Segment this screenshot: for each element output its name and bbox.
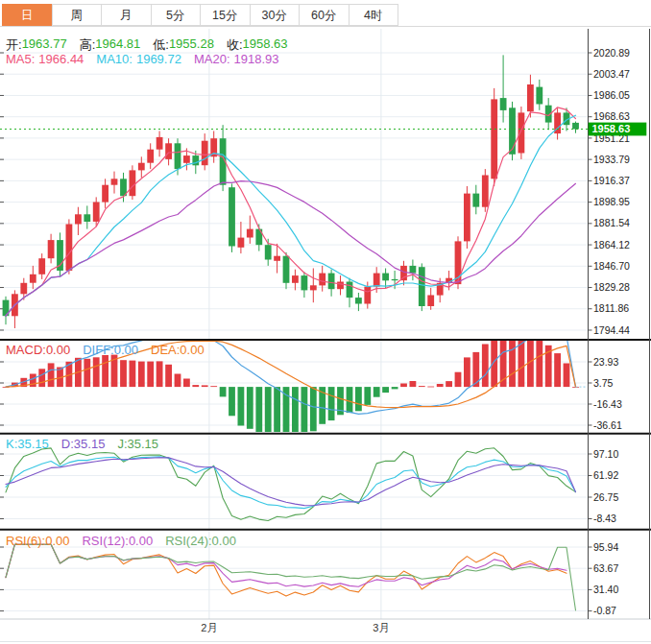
kdj-readout: K:35.15 D:35.15 J:35.15: [6, 437, 158, 451]
svg-text:1864.12: 1864.12: [593, 239, 630, 250]
svg-text:1968.63: 1968.63: [593, 110, 630, 122]
diff-label: DIFF:: [83, 343, 114, 357]
rsi6-label: RSI(6):: [6, 534, 45, 548]
svg-text:-16.43: -16.43: [593, 398, 622, 410]
svg-text:-0.87: -0.87: [593, 605, 616, 616]
ma20-label: MA20:: [194, 52, 230, 66]
svg-text:1794.44: 1794.44: [593, 324, 630, 336]
svg-text:-8.43: -8.43: [593, 513, 616, 524]
svg-text:23.93: 23.93: [593, 356, 618, 368]
tab-h4[interactable]: 4时: [349, 4, 399, 26]
ma-readout: MA5:1966.44 MA10:1969.72 MA20:1918.93: [6, 52, 279, 66]
tab-m15[interactable]: 15分: [200, 4, 251, 26]
tab-day[interactable]: 日: [2, 4, 53, 26]
svg-text:31.40: 31.40: [593, 584, 618, 595]
dea-label: DEA:: [151, 343, 180, 357]
svg-text:3.75: 3.75: [593, 377, 614, 389]
tab-m60[interactable]: 60分: [299, 4, 350, 26]
rsi-readout: RSI(6):0.00 RSI(12):0.00 RSI(24):0.00: [6, 534, 236, 548]
rsi6-value: 0.00: [45, 534, 69, 548]
macd-label: MACD:: [6, 343, 46, 357]
ma5-label: MA5:: [6, 52, 35, 66]
rsi12-value: 0.00: [129, 534, 153, 548]
month-label: 3月: [373, 622, 389, 633]
macd-value: 0.00: [46, 343, 70, 357]
k-label: K:: [6, 437, 17, 451]
ma10-value: 1969.72: [136, 52, 181, 66]
ma5-value: 1966.44: [38, 52, 84, 66]
svg-text:1829.28: 1829.28: [593, 281, 630, 293]
diff-value: 0.00: [114, 343, 138, 357]
timeframe-tabs: 日周月5分15分30分60分4时: [2, 4, 398, 26]
tab-week[interactable]: 周: [52, 4, 103, 26]
svg-text:1811.86: 1811.86: [593, 302, 629, 314]
rsi24-label: RSI(24):: [165, 534, 211, 548]
svg-text:1898.95: 1898.95: [593, 196, 630, 207]
rsi12-label: RSI(12):: [82, 534, 128, 548]
svg-text:2020.89: 2020.89: [593, 47, 630, 59]
svg-text:-36.61: -36.61: [593, 419, 622, 431]
rsi24-value: 0.00: [212, 534, 236, 548]
tab-m5[interactable]: 5分: [151, 4, 202, 26]
j-label: J:: [117, 437, 127, 451]
svg-text:1881.54: 1881.54: [593, 217, 630, 228]
dea-value: 0.00: [180, 343, 204, 357]
d-label: D:: [61, 437, 74, 451]
svg-text:63.67: 63.67: [593, 562, 618, 574]
tab-month[interactable]: 月: [101, 4, 152, 26]
timeframe-tabbar: 日周月5分15分30分60分4时: [0, 4, 651, 27]
d-value: 35.15: [74, 437, 106, 451]
current-price-tag: 1958.63: [589, 123, 647, 136]
svg-text:1846.70: 1846.70: [593, 260, 630, 272]
month-label: 2月: [201, 622, 217, 633]
svg-text:1958.63: 1958.63: [592, 123, 631, 134]
ma10-label: MA10:: [96, 52, 133, 66]
ma20-value: 1918.93: [234, 52, 279, 66]
macd-readout: MACD:0.00 DIFF:0.00 DEA:0.00: [6, 343, 205, 357]
svg-text:1986.05: 1986.05: [593, 89, 630, 101]
tab-m30[interactable]: 30分: [250, 4, 301, 26]
svg-text:26.75: 26.75: [593, 491, 618, 503]
k-value: 35.15: [17, 437, 49, 451]
j-value: 35.15: [128, 437, 159, 451]
svg-text:97.10: 97.10: [593, 448, 618, 460]
svg-text:1916.37: 1916.37: [593, 175, 630, 186]
svg-text:1933.79: 1933.79: [593, 154, 630, 165]
trading-chart-app: 2020.892003.471986.051968.631951.211933.…: [0, 0, 651, 644]
svg-text:61.92: 61.92: [593, 469, 618, 481]
svg-text:95.94: 95.94: [593, 541, 618, 553]
svg-text:2003.47: 2003.47: [593, 68, 630, 80]
